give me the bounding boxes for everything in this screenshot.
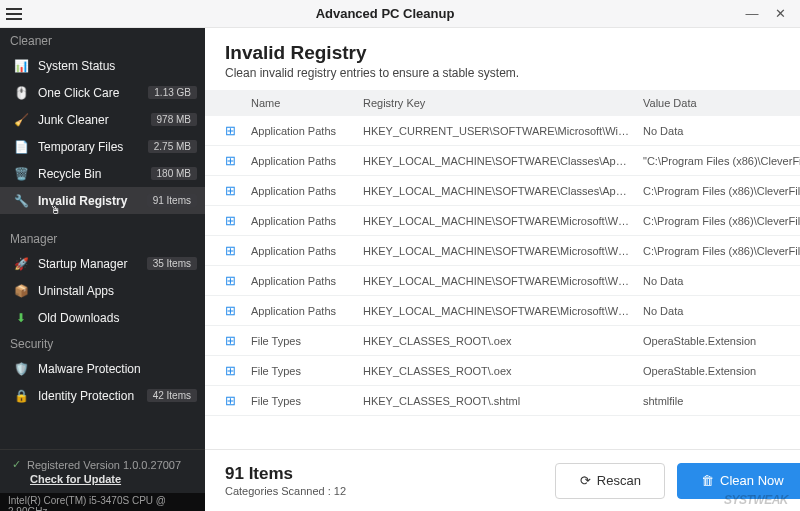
table-row[interactable]: ⊞File TypesHKEY_CLASSES_ROOT\.oexOperaSt… [205,356,800,386]
registry-entry-icon: ⊞ [225,333,251,348]
registry-entry-icon: ⊞ [225,303,251,318]
sidebar-item-recycle[interactable]: 🗑️ Recycle Bin 180 MB [0,160,205,187]
sidebar-item-temp[interactable]: 📄 Temporary Files 2.75 MB [0,133,205,160]
table-body[interactable]: ⊞Application PathsHKEY_CURRENT_USER\SOFT… [205,116,800,449]
minimize-button[interactable]: — [742,4,762,24]
sidebar-item-badge: 2.75 MB [148,140,197,153]
sidebar-item-uninstall[interactable]: 📦 Uninstall Apps [0,277,205,304]
table-row[interactable]: ⊞Application PathsHKEY_LOCAL_MACHINE\SOF… [205,296,800,326]
shield-icon: 🛡️ [12,362,30,376]
row-name: File Types [251,365,363,377]
sidebar-item-label: Malware Protection [38,362,197,376]
registry-icon: 🔧 [12,194,30,208]
clean-label: Clean Now [720,473,784,488]
row-value: OperaStable.Extension [643,335,800,347]
sidebar-item-label: Old Downloads [38,311,197,325]
col-key[interactable]: Registry Key [363,97,643,109]
menu-icon[interactable] [0,0,28,28]
content: Invalid Registry Clean invalid registry … [205,28,800,511]
sidebar-item-system-status[interactable]: 📊 System Status [0,52,205,79]
download-icon: ⬇ [12,311,30,325]
row-key: HKEY_LOCAL_MACHINE\SOFTWARE\Microsoft\Wi… [363,245,643,257]
row-value: OperaStable.Extension [643,365,800,377]
row-value: C:\Program Files (x86)\CleverFile... [643,185,800,197]
file-icon: 📄 [12,140,30,154]
gauge-icon: 📊 [12,59,30,73]
col-name[interactable]: Name [251,97,363,109]
table-row[interactable]: ⊞Application PathsHKEY_LOCAL_MACHINE\SOF… [205,206,800,236]
row-name: File Types [251,335,363,347]
sidebar-item-malware[interactable]: 🛡️ Malware Protection [0,355,205,382]
sidebar-item-label: Junk Cleaner [38,113,151,127]
categories-scanned: Categories Scanned : 12 [225,485,543,497]
watermark: SYSTWEAK [724,493,788,507]
col-value[interactable]: Value Data [643,97,800,109]
close-button[interactable]: ✕ [770,4,790,24]
table-row[interactable]: ⊞Application PathsHKEY_LOCAL_MACHINE\SOF… [205,146,800,176]
row-key: HKEY_CLASSES_ROOT\.shtml [363,395,643,407]
footer-counts: 91 Items Categories Scanned : 12 [225,464,543,497]
table-row[interactable]: ⊞File TypesHKEY_CLASSES_ROOT\.shtmlshtml… [205,386,800,416]
row-key: HKEY_LOCAL_MACHINE\SOFTWARE\Microsoft\Wi… [363,305,643,317]
section-manager: Manager [0,226,205,250]
rescan-label: Rescan [597,473,641,488]
table-row[interactable]: ⊞Application PathsHKEY_LOCAL_MACHINE\SOF… [205,176,800,206]
registry-entry-icon: ⊞ [225,393,251,408]
sidebar-item-badge: 978 MB [151,113,197,126]
sidebar: Cleaner 📊 System Status 🖱️ One Click Car… [0,28,205,511]
registry-entry-icon: ⊞ [225,123,251,138]
sidebar-item-startup[interactable]: 🚀 Startup Manager 35 Items [0,250,205,277]
sidebar-item-label: Identity Protection [38,389,147,403]
table-header: Name Registry Key Value Data [205,90,800,116]
row-key: HKEY_LOCAL_MACHINE\SOFTWARE\Microsoft\Wi… [363,215,643,227]
row-name: File Types [251,395,363,407]
rescan-button[interactable]: ⟳ Rescan [555,463,665,499]
sidebar-item-label: Uninstall Apps [38,284,197,298]
app-title: Advanced PC Cleanup [28,6,742,21]
window-controls: — ✕ [742,4,800,24]
page-title: Invalid Registry [225,42,800,64]
registry-entry-icon: ⊞ [225,363,251,378]
sidebar-footer: ✓ Registered Version 1.0.0.27007 Check f… [0,449,205,493]
sidebar-item-identity[interactable]: 🔒 Identity Protection 42 Items [0,382,205,409]
rocket-icon: 🚀 [12,257,30,271]
row-name: Application Paths [251,125,363,137]
uninstall-icon: 📦 [12,284,30,298]
registry-entry-icon: ⊞ [225,243,251,258]
sidebar-item-badge: 1.13 GB [148,86,197,99]
main-layout: Cleaner 📊 System Status 🖱️ One Click Car… [0,28,800,511]
refresh-icon: ⟳ [580,473,591,488]
row-key: HKEY_CLASSES_ROOT\.oex [363,335,643,347]
row-key: HKEY_LOCAL_MACHINE\SOFTWARE\Microsoft\Wi… [363,275,643,287]
table-row[interactable]: ⊞Application PathsHKEY_CURRENT_USER\SOFT… [205,116,800,146]
registry-entry-icon: ⊞ [225,273,251,288]
row-key: HKEY_LOCAL_MACHINE\SOFTWARE\Classes\Appl… [363,185,643,197]
row-key: HKEY_CLASSES_ROOT\.oex [363,365,643,377]
content-footer: 91 Items Categories Scanned : 12 ⟳ Resca… [205,449,800,511]
row-value: No Data [643,275,800,287]
titlebar: Advanced PC Cleanup — ✕ [0,0,800,28]
check-update-link[interactable]: Check for Update [30,473,193,485]
check-icon: ✓ [12,458,21,471]
registry-entry-icon: ⊞ [225,183,251,198]
table-row[interactable]: ⊞File TypesHKEY_CLASSES_ROOT\.oexOperaSt… [205,326,800,356]
sidebar-item-label: One Click Care [38,86,148,100]
row-name: Application Paths [251,185,363,197]
items-count: 91 Items [225,464,543,484]
sidebar-item-badge: 180 MB [151,167,197,180]
table-row[interactable]: ⊞Application PathsHKEY_LOCAL_MACHINE\SOF… [205,236,800,266]
status-bar: Intel(R) Core(TM) i5-3470S CPU @ 2.90GHz [0,493,205,511]
sidebar-item-junk[interactable]: 🧹 Junk Cleaner 978 MB [0,106,205,133]
cursor-icon: 🖱 [50,204,255,216]
row-value: "C:\Program Files (x86)\CleverFil... [643,155,800,167]
sidebar-item-downloads[interactable]: ⬇ Old Downloads [0,304,205,331]
row-value: No Data [643,305,800,317]
row-value: C:\Program Files (x86)\CleverFile... [643,215,800,227]
registered-text: Registered Version 1.0.0.27007 [27,459,181,471]
table-row[interactable]: ⊞Application PathsHKEY_LOCAL_MACHINE\SOF… [205,266,800,296]
row-value: No Data [643,125,800,137]
sidebar-item-one-click[interactable]: 🖱️ One Click Care 1.13 GB [0,79,205,106]
row-key: HKEY_LOCAL_MACHINE\SOFTWARE\Classes\Appl… [363,155,643,167]
identity-icon: 🔒 [12,389,30,403]
registry-entry-icon: ⊞ [225,153,251,168]
